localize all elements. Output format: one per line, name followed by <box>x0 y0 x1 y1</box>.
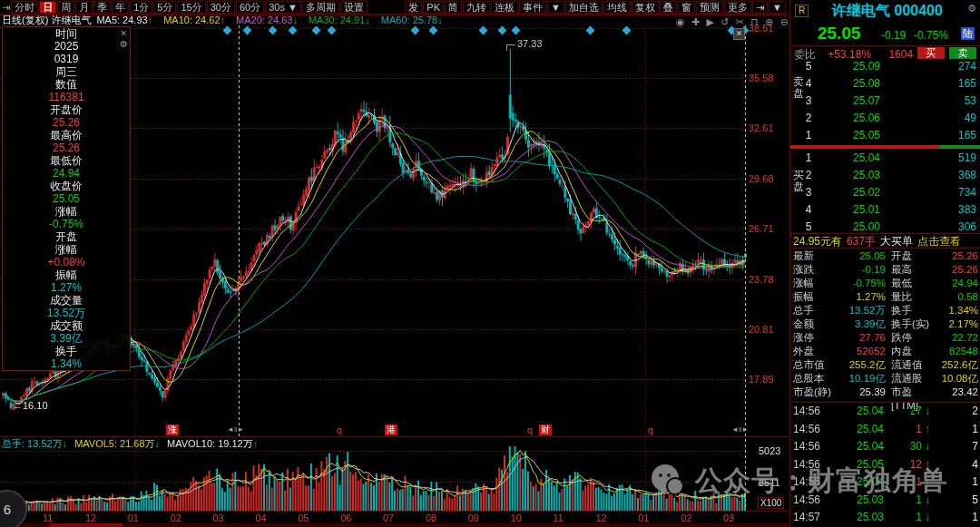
info-line: 开盘价 <box>3 103 130 116</box>
date-axis-label: 03 <box>723 512 734 523</box>
sell-level-row[interactable]: 325.0753 <box>790 93 980 110</box>
event-flag-◄‖►[interactable]: ◄‖► <box>731 425 749 435</box>
info-line: 成交额 <box>3 319 130 332</box>
volume-legend-row: 总手: 13.52万↓MAVOL5: 21.68万↓MAVOL10: 19.12… <box>2 437 265 451</box>
stat-value: 2.17% <box>935 317 978 331</box>
tab-30分[interactable]: 30分 <box>207 1 235 14</box>
eye-icon[interactable]: ◉ <box>676 16 685 28</box>
event-flag-q[interactable]: q <box>527 425 533 435</box>
tick-count: 1 <box>933 509 978 527</box>
gear-icon[interactable]: ⚙ <box>120 38 128 51</box>
stat-value: 25.26 <box>935 249 978 263</box>
info-line: 收盘价 <box>3 180 130 192</box>
ask-price: 25.09 <box>815 58 880 75</box>
toolbar-button-叠[interactable]: 叠 <box>660 1 677 14</box>
tab-15分[interactable]: 15分 <box>177 1 205 14</box>
tab-60分[interactable]: 60分 <box>236 1 264 14</box>
toolbar-right: 发PK简九转连板事件▼加自选均线复权叠窗预测更多⇥▼ <box>405 1 787 14</box>
depth-ratio-bar <box>790 145 980 149</box>
date-axis-label: 02 <box>681 512 691 523</box>
stat-label: 开盘 <box>886 249 935 263</box>
zoom-in-icon[interactable]: ⊕ <box>765 16 773 28</box>
tick-row: 14:5725.031↓1 <box>790 509 980 527</box>
toolbar-button-简[interactable]: 简 <box>445 1 462 14</box>
price-change: -0.19 <box>881 29 906 42</box>
gear-icon[interactable]: ⚙ <box>967 3 976 15</box>
lock-icon[interactable]: ⊓ <box>750 16 759 28</box>
collapse-icon[interactable]: ⇥ <box>2 2 10 14</box>
selection-dash-line[interactable] <box>745 25 746 511</box>
selection-dash-line[interactable] <box>239 25 240 436</box>
tab-分时[interactable]: 分时 <box>11 1 38 14</box>
info-line: 25.05 <box>3 192 130 205</box>
trend-arrow-icon: ↑ <box>148 15 153 25</box>
stat-value: -0.19 <box>838 263 886 277</box>
tab-日[interactable]: 日 <box>39 1 56 14</box>
event-flag-涨[interactable]: 涨 <box>166 425 179 435</box>
tab-1分[interactable]: 1分 <box>130 1 152 14</box>
tab-年[interactable]: 年 <box>112 1 129 14</box>
toolbar-button-▼[interactable]: ▼ <box>547 1 564 14</box>
play-icon[interactable]: ▶ <box>706 16 713 28</box>
 <box>790 201 802 219</box>
buy-level-row[interactable]: 325.02734 <box>790 184 980 201</box>
toolbar-button-⇥[interactable]: ⇥ <box>752 1 768 14</box>
toolbar-button-PK[interactable]: PK <box>423 1 444 14</box>
stat-label: 流通股 <box>886 372 935 385</box>
event-flag-◄‖►[interactable]: ◄‖► <box>227 425 244 435</box>
tick-volume: 1 <box>884 421 922 439</box>
event-flag-财[interactable]: 财 <box>539 425 552 435</box>
info-line: 24.94 <box>3 167 130 180</box>
chart-scrollbar[interactable] <box>0 523 789 527</box>
sell-level-row[interactable]: 525.09274 <box>790 58 980 75</box>
toolbar-button-复权[interactable]: 复权 <box>632 1 659 14</box>
event-flag-q[interactable]: q <box>648 425 653 435</box>
stats-row: 金额3.39亿换手(实)2.17% <box>790 317 980 331</box>
close-icon[interactable]: ✕ <box>733 28 745 40</box>
ask-volume: 165 <box>880 75 980 93</box>
toolbar-button-事件[interactable]: 事件 <box>519 1 546 14</box>
zoom-out-icon[interactable]: ⊖ <box>780 16 789 28</box>
stat-value: 3.39亿 <box>838 317 886 331</box>
volume-axis-label: 5023 <box>759 445 780 456</box>
scrollbar-thumb[interactable] <box>50 523 122 527</box>
date-axis-label: 05 <box>298 512 309 523</box>
order-book: 525.09274425.08165325.0753225.0649125.05… <box>790 58 980 236</box>
toolbar-button-窗[interactable]: 窗 <box>678 1 695 14</box>
toolbar-button-发[interactable]: 发 <box>405 1 422 14</box>
toolbar-button-更多[interactable]: 更多 <box>724 1 751 14</box>
tab-设置[interactable]: 设置 <box>340 1 368 14</box>
tab-多周期[interactable]: 多周期 <box>302 1 339 14</box>
toolbar-button-加自选[interactable]: 加自选 <box>565 1 603 14</box>
big-order-alert[interactable]: 24.95元有637手大买单点击查看 <box>790 233 980 249</box>
stat-label: 最低 <box>886 277 935 290</box>
date-axis-label: 12 <box>595 512 606 523</box>
tab-月[interactable]: 月 <box>75 1 93 14</box>
sell-level-row[interactable]: 125.05165 <box>790 127 980 144</box>
tab-5分[interactable]: 5分 <box>153 1 176 14</box>
event-flag-q[interactable]: q <box>337 425 342 435</box>
toolbar-button-均线[interactable]: 均线 <box>603 1 631 14</box>
toolbar-button-九转[interactable]: 九转 <box>463 1 490 14</box>
event-flag-港[interactable]: 港 <box>385 425 397 435</box>
stat-label: 量比 <box>886 290 935 304</box>
sell-level-row[interactable]: 225.0649 <box>790 110 980 127</box>
buy-level-row[interactable]: 425.01383 <box>790 201 980 219</box>
sell-level-row[interactable]: 425.08165 <box>790 75 980 93</box>
stat-value: 252.6亿 <box>935 358 978 372</box>
buy-level-row[interactable]: 225.03368 <box>790 167 980 184</box>
tab-季[interactable]: 季 <box>93 1 111 14</box>
stat-value: 1.27% <box>838 290 886 304</box>
scissors-icon[interactable]: ✂ <box>736 16 744 28</box>
tab-30s ▼[interactable]: 30s ▼ <box>265 1 301 14</box>
toolbar-button-▼[interactable]: ▼ <box>769 1 786 14</box>
stat-label: 最新 <box>793 249 838 263</box>
toolbar-button-连板[interactable]: 连板 <box>491 1 518 14</box>
stock-name[interactable]: 许继电气 000400 <box>819 2 956 21</box>
watermark-text: 公众号：财富独角兽 <box>695 463 948 500</box>
tab-周[interactable]: 周 <box>57 1 74 14</box>
hand-tool-icon[interactable]: ✚ <box>691 16 700 28</box>
undo-icon[interactable]: ↺ <box>720 16 729 28</box>
toolbar-button-预测[interactable]: 预测 <box>696 1 723 14</box>
buy-level-row[interactable]: 125.04519 <box>790 150 980 167</box>
